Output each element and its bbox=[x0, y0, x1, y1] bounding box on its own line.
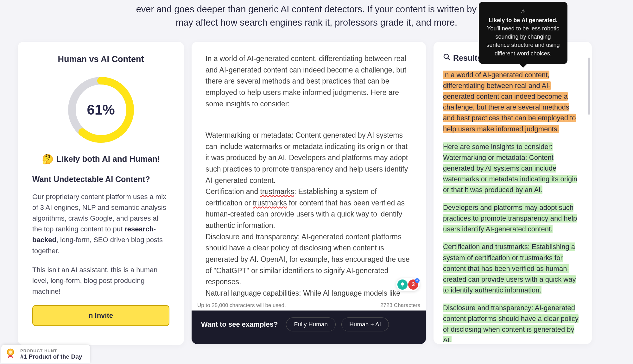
character-bar: Up to 25,000 characters will be used. 27… bbox=[192, 300, 426, 311]
score-heading: Human vs AI Content bbox=[32, 54, 169, 64]
editor-p2-c: for content that has been verified as hu… bbox=[206, 199, 409, 297]
example-human-ai-button[interactable]: Human + AI bbox=[341, 317, 389, 331]
results-card: Results In a world of AI-generated conte… bbox=[434, 42, 592, 344]
char-limit-note: Up to 25,000 characters will be used. bbox=[197, 302, 286, 309]
result-segment-human[interactable]: Certification and trustmarks: Establishi… bbox=[443, 242, 576, 294]
score-percent: 61% bbox=[66, 75, 136, 145]
suggestion-count-icon[interactable]: 3 bbox=[408, 279, 418, 290]
verdict-text: Likely both AI and Human! bbox=[57, 154, 160, 164]
promo-paragraph-1: Our proprietary content platform uses a … bbox=[32, 191, 169, 256]
invite-button[interactable]: n Invite bbox=[32, 305, 169, 326]
results-heading-text: Results bbox=[453, 53, 482, 63]
score-donut: 61% bbox=[66, 75, 136, 145]
examples-bar: Want to see examples? Fully Human Human … bbox=[192, 311, 426, 344]
example-fully-human-button[interactable]: Fully Human bbox=[286, 317, 336, 331]
content-textarea[interactable]: In a world of AI-generated content, diff… bbox=[192, 42, 426, 300]
score-card: Human vs AI Content 61% 🤔 Likely both AI… bbox=[18, 42, 184, 345]
editor-p2-a: Watermarking or metadata: Content genera… bbox=[206, 131, 408, 196]
product-hunt-badge[interactable]: PRODUCT HUNT #1 Product of the Day bbox=[1, 345, 90, 363]
result-segment-human[interactable]: Developers and platforms may adopt such … bbox=[443, 203, 577, 233]
undetectable-heading: Want Undetectable AI Content? bbox=[32, 175, 169, 184]
tooltip-title: Likely to be AI generated. bbox=[489, 17, 557, 23]
warning-icon: ⚠ bbox=[485, 8, 561, 15]
medal-icon bbox=[5, 348, 16, 359]
editor-paragraph-2: Watermarking or metadata: Content genera… bbox=[206, 118, 412, 299]
verdict-line: 🤔 Likely both AI and Human! bbox=[32, 154, 169, 165]
editor-paragraph-1: In a world of AI-generated content, diff… bbox=[206, 53, 412, 110]
results-body[interactable]: In a world of AI-generated content, diff… bbox=[443, 70, 582, 342]
tooltip-body: You'll need to be less robotic sounding … bbox=[486, 25, 560, 56]
result-segment-ai[interactable]: In a world of AI-generated content, diff… bbox=[443, 71, 576, 133]
promo-paragraph-2: This isn't an AI assistant, this is a hu… bbox=[32, 265, 169, 297]
svg-point-5 bbox=[9, 351, 12, 354]
hero-line-1: ever and goes deeper than generic AI con… bbox=[136, 4, 497, 14]
result-segment-human[interactable]: Here are some insights to consider: Wate… bbox=[443, 142, 577, 194]
thinking-face-icon: 🤔 bbox=[42, 154, 54, 165]
search-icon bbox=[443, 53, 451, 63]
svg-line-3 bbox=[448, 58, 450, 60]
result-segment-human[interactable]: Disclosure and transparency: AI-generate… bbox=[443, 304, 579, 342]
hero-line-2: may affect how search engines rank it, p… bbox=[176, 17, 457, 28]
editor-card: In a world of AI-generated content, diff… bbox=[192, 42, 426, 344]
ph-line-1: PRODUCT HUNT bbox=[20, 348, 82, 353]
ai-likelihood-tooltip: ⚠ Likely to be AI generated. You'll need… bbox=[479, 2, 567, 64]
char-count: 2723 Characters bbox=[380, 302, 420, 309]
spellcheck-underline[interactable]: trustmarks bbox=[260, 187, 294, 196]
spellcheck-underline[interactable]: trustmarks bbox=[253, 199, 287, 207]
ph-line-2: #1 Product of the Day bbox=[20, 353, 82, 360]
lightbulb-icon[interactable] bbox=[397, 279, 408, 290]
examples-lead: Want to see examples? bbox=[201, 320, 278, 329]
assistant-bubble[interactable]: 3 bbox=[396, 278, 420, 291]
